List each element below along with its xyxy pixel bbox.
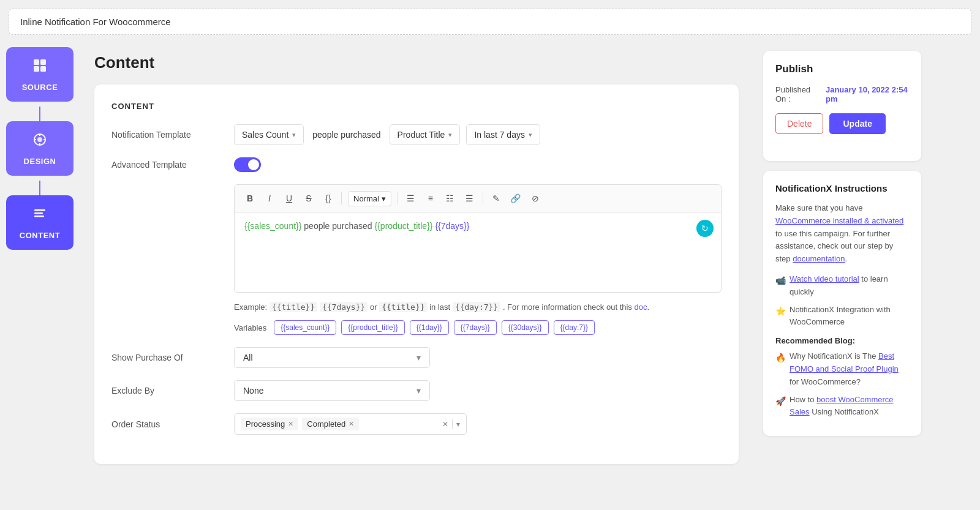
toolbar-sep-2 [398,192,398,204]
variable-tag-30days[interactable]: {{30days}} [502,320,549,335]
show-purchase-of-row: Show Purchase Of All ▾ [111,347,722,368]
show-purchase-of-value: All [243,353,253,362]
sidebar-design-label: DESIGN [24,157,56,166]
toolbar-underline[interactable]: U [280,190,298,207]
fire-emoji: 🔥 [775,351,786,364]
published-on-value: January 10, 2022 2:54 pm [826,85,909,103]
show-purchase-of-label: Show Purchase Of [111,353,234,362]
variable-tag-sales-count[interactable]: {{sales_count}} [274,320,336,335]
toolbar-format-dropdown[interactable]: Normal ▾ [348,191,391,206]
right-panel: Publish Published On : January 10, 2022 … [753,41,931,510]
svg-rect-1 [40,59,46,65]
toolbar-pen[interactable]: ✎ [487,190,505,207]
toolbar-justify[interactable]: ☰ [461,190,479,207]
example-doc-link[interactable]: doc [634,302,647,312]
instruction-integration-text: NotificationX Integration with WooCommer… [790,304,909,329]
toolbar-align-right[interactable]: ☷ [441,190,459,207]
tag-completed-close[interactable]: ✕ [349,420,354,428]
blog-item-1-text: Why NotificationX is The Best FOMO and S… [790,350,909,388]
sidebar-item-content[interactable]: CONTENT [6,195,74,250]
update-button[interactable]: Update [829,113,885,134]
example-or: or [370,302,379,312]
notification-template-dropdowns: Sales Count ▾ people purchased Product T… [234,124,540,145]
content-page-title: Content [94,53,739,72]
show-purchase-of-chevron: ▾ [417,353,421,362]
exclude-by-value: None [243,386,263,396]
fomo-link[interactable]: Best FOMO and Social Proof Plugin [790,351,899,373]
var-7days: {{7days}} [435,221,469,231]
variable-tag-day7[interactable]: {{day:7}} [554,320,595,335]
page-title-bar: Inline Notification For Woocommerce [9,9,971,35]
advanced-template-toggle[interactable] [234,157,261,172]
page-title-text: Inline Notification For Woocommerce [20,17,171,27]
editor-body[interactable]: {{sales_count}} people purchased {{produ… [235,212,721,292]
content-section-label: CONTENT [111,102,722,111]
editor-container: B I U S {} Normal ▾ [234,184,722,293]
people-purchased-dropdown[interactable]: people purchased [310,125,383,144]
toolbar-sep-3 [483,192,483,204]
svg-rect-10 [34,209,45,211]
variable-tag-1day[interactable]: {{1day}} [410,320,449,335]
exclude-by-select[interactable]: None ▾ [234,380,430,401]
boost-sales-link[interactable]: boost WooCommerce Sales [790,395,894,417]
clear-all-icon[interactable]: ✕ [442,420,448,429]
sidebar-connector-2 [39,181,40,195]
svg-rect-0 [34,59,39,65]
publish-title: Publish [775,63,909,75]
editor-content: {{sales_count}} people purchased {{produ… [244,221,469,231]
sales-count-dropdown[interactable]: Sales Count ▾ [234,124,304,145]
documentation-link[interactable]: documentation [793,254,845,263]
instruction-video: 📹 Watch video tutorial to learn quickly [775,273,909,299]
tag-processing-close[interactable]: ✕ [288,420,293,428]
variable-tag-7days[interactable]: {{7days}} [454,320,497,335]
time-period-chevron: ▾ [529,131,532,139]
blog-item-1: 🔥 Why NotificationX is The Best FOMO and… [775,350,909,388]
woocommerce-link[interactable]: WooCommerce installed & activated [775,216,903,225]
multiselect-sep [452,419,453,429]
toolbar-align-left[interactable]: ☰ [402,190,420,207]
editor-refresh-button[interactable]: ↻ [696,220,714,237]
show-purchase-of-select[interactable]: All ▾ [234,347,430,368]
toolbar-bold[interactable]: B [241,190,259,207]
toolbar-code[interactable]: {} [319,190,337,207]
example-template-3: {{title}} [379,302,427,312]
order-status-multiselect[interactable]: Processing ✕ Completed ✕ ✕ ▾ [234,413,467,435]
variables-label: Variables [234,323,266,332]
sidebar-source-label: SOURCE [22,83,58,92]
toolbar-unlink[interactable]: ⊘ [526,190,545,207]
sidebar-item-design[interactable]: DESIGN [6,121,74,176]
star-emoji: ⭐ [775,304,786,318]
delete-button[interactable]: Delete [775,113,823,134]
toolbar-link[interactable]: 🔗 [507,190,525,207]
instructions-title: NotificationX Instructions [775,183,909,193]
rocket-emoji: 🚀 [775,394,786,408]
example-prefix: Example: [234,302,267,312]
video-emoji: 📹 [775,274,786,287]
exclude-by-chevron: ▾ [417,386,421,396]
design-icon [31,131,48,152]
sidebar-item-source[interactable]: SOURCE [6,47,74,102]
expand-icon[interactable]: ▾ [456,420,460,429]
editor-static-text: people purchased [304,221,374,231]
product-title-value: Product Title [398,130,445,140]
time-period-value: In last 7 days [474,130,525,140]
advanced-template-toggle-wrapper [234,157,261,172]
sales-count-value: Sales Count [242,130,288,140]
svg-rect-12 [34,216,44,217]
source-icon [31,57,48,78]
notification-template-row: Notification Template Sales Count ▾ peop… [111,124,722,145]
toolbar-italic[interactable]: I [260,190,279,207]
editor-toolbar: B I U S {} Normal ▾ [235,185,721,212]
tag-processing-text: Processing [246,419,285,429]
order-status-controls: ✕ ▾ [442,419,460,429]
toolbar-strikethrough[interactable]: S [300,190,318,207]
time-period-dropdown[interactable]: In last 7 days ▾ [466,124,540,145]
toolbar-align-center[interactable]: ≡ [421,190,440,207]
instructions-card: NotificationX Instructions Make sure tha… [763,171,921,436]
order-status-tag-processing: Processing ✕ [241,418,298,430]
example-template-4: {{day:7}} [453,302,500,312]
variable-tag-product-title[interactable]: {{product_title}} [341,320,404,335]
video-tutorial-link[interactable]: Watch video tutorial [790,274,859,283]
product-title-dropdown[interactable]: Product Title ▾ [390,124,461,145]
editor-row: B I U S {} Normal ▾ [111,184,722,293]
